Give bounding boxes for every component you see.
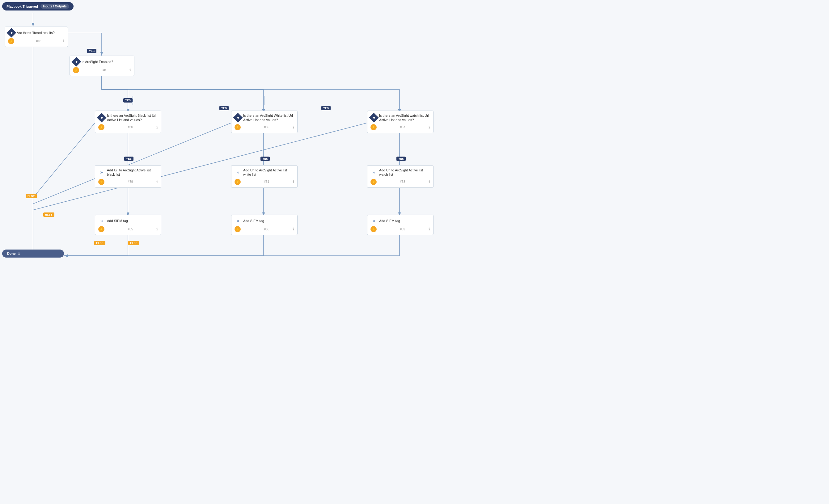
lightning-badge-q67: ⚡ [370, 124, 376, 130]
action-icon-a65: » [98, 218, 105, 224]
lightning-badge-q60: ⚡ [235, 124, 241, 130]
node-q60[interactable]: ◆ Is there an ArcSight White list Url Ac… [231, 111, 297, 133]
node-q67-title: Is there an ArcSight watch list Url Acti… [379, 113, 430, 122]
node-a65[interactable]: » Add SIEM tag ⚡ #65 ℹ [95, 215, 161, 235]
node-q8-title: Is ArcSight Enabled? [81, 60, 113, 64]
node-a69-title: Add SIEM tag [379, 219, 400, 223]
node-q30-title: Is there an ArcSight Black list Url Acti… [107, 113, 158, 122]
lightning-badge-a65: ⚡ [98, 226, 104, 232]
node-a61-id: #61 [264, 180, 269, 184]
node-a69-id: #69 [400, 228, 405, 231]
node-a66[interactable]: » Add SIEM tag ⚡ #66 ℹ [231, 215, 297, 235]
decision-icon-q60: ◆ [233, 113, 243, 123]
node-a59[interactable]: » Add Url to ArcSight Active list black … [95, 165, 161, 188]
lightning-badge-a66: ⚡ [235, 226, 241, 232]
node-a65-id: #65 [128, 228, 133, 231]
else-label-1: ELSE [26, 194, 37, 198]
info-icon-done: ℹ [18, 251, 20, 256]
else-label-4: ELSE [128, 241, 139, 245]
node-q60-title: Is there an ArcSight White list Url Acti… [243, 113, 294, 122]
info-icon-a65: ℹ [156, 227, 158, 231]
inputs-outputs-button[interactable]: Inputs / Outputs [40, 4, 69, 9]
action-icon-a68: » [370, 169, 377, 176]
yes-label-7: YES [396, 157, 406, 161]
info-icon-a66: ℹ [293, 227, 294, 231]
info-icon-q8: ℹ [130, 68, 131, 72]
node-a61[interactable]: » Add Url to ArcSight Active list white … [231, 165, 297, 188]
yes-label-1: YES [87, 49, 97, 53]
workflow-canvas: Playbook Triggered Inputs / Outputs ◆ Ar… [0, 0, 829, 504]
node-q8-id: #8 [103, 69, 106, 72]
lightning-badge-a69: ⚡ [370, 226, 376, 232]
else-label-3: ELSE [94, 241, 105, 245]
else-label-2: ELSE [43, 212, 55, 217]
node-a68[interactable]: » Add Url to ArcSight Active list watch … [367, 165, 433, 188]
node-q67[interactable]: ◆ Is there an ArcSight watch list Url Ac… [367, 111, 433, 133]
node-a68-title: Add Url to ArcSight Active list watch li… [379, 168, 430, 177]
trigger-label: Playbook Triggered [6, 5, 38, 8]
node-q30[interactable]: ◆ Is there an ArcSight Black list Url Ac… [95, 111, 161, 133]
decision-icon-q8: ◆ [71, 57, 81, 66]
node-a59-title: Add Url to ArcSight Active list black li… [107, 168, 158, 177]
info-icon-a59: ℹ [156, 180, 158, 184]
node-a66-title: Add SIEM tag [243, 219, 264, 223]
node-a66-id: #66 [264, 228, 269, 231]
info-icon-q67: ℹ [429, 125, 430, 129]
info-icon: ℹ [63, 39, 65, 43]
node-a68-id: #68 [400, 180, 405, 184]
done-label: Done [7, 252, 16, 256]
node-q18-id: #18 [36, 40, 41, 43]
info-icon-a69: ℹ [429, 227, 430, 231]
yes-label-4: YES [321, 106, 331, 110]
info-icon-q60: ℹ [293, 125, 294, 129]
done-node[interactable]: Done ℹ [2, 249, 64, 258]
action-icon-a66: » [235, 218, 241, 224]
lightning-badge-a61: ⚡ [235, 179, 241, 185]
yes-label-5: YES [124, 157, 134, 161]
node-a61-title: Add Url to ArcSight Active list white li… [243, 168, 294, 177]
yes-label-6: YES [260, 157, 270, 161]
lightning-badge-q8: ⚡ [73, 67, 79, 73]
node-q67-id: #67 [400, 125, 405, 129]
decision-icon-q67: ◆ [369, 113, 379, 123]
node-q18[interactable]: ◆ Are there filtered results? ⚡ #18 ℹ [5, 27, 68, 47]
node-a65-title: Add SIEM tag [107, 219, 128, 223]
info-icon-a61: ℹ [293, 180, 294, 184]
lightning-badge-q30: ⚡ [98, 124, 104, 130]
node-q8[interactable]: ◆ Is ArcSight Enabled? ⚡ #8 ℹ [70, 55, 134, 76]
yes-label-2: YES [123, 98, 133, 103]
node-a69[interactable]: » Add SIEM tag ⚡ #69 ℹ [367, 215, 433, 235]
yes-label-3: YES [219, 106, 229, 110]
action-icon-a69: » [370, 218, 377, 224]
trigger-node[interactable]: Playbook Triggered Inputs / Outputs [2, 2, 74, 10]
info-icon-a68: ℹ [429, 180, 430, 184]
info-icon-q30: ℹ [156, 125, 158, 129]
decision-icon: ◆ [6, 28, 16, 37]
action-icon-a61: » [235, 169, 241, 176]
node-q18-title: Are there filtered results? [17, 31, 55, 35]
lightning-badge: ⚡ [8, 38, 14, 44]
node-a59-id: #59 [128, 180, 133, 184]
node-q60-id: #60 [264, 125, 269, 129]
decision-icon-q30: ◆ [97, 113, 106, 123]
lightning-badge-a68: ⚡ [370, 179, 376, 185]
action-icon-a59: » [98, 169, 105, 176]
node-q30-id: #30 [128, 125, 133, 129]
lightning-badge-a59: ⚡ [98, 179, 104, 185]
